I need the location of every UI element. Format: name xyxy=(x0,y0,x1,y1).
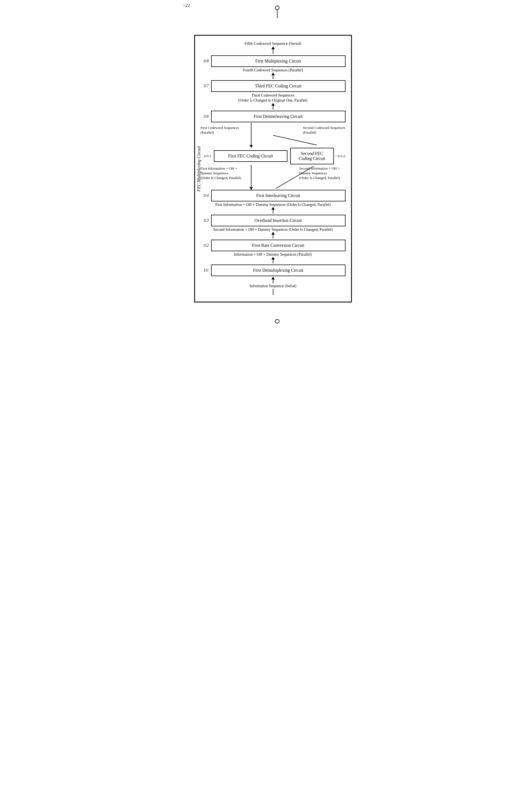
first-fec-coding-circuit: First FEC Coding Circuit xyxy=(214,150,287,162)
first-multiplexing-circuit: First Multiplexing Circuit xyxy=(211,55,345,67)
block-118-box: First Multiplexing Circuit xyxy=(211,55,345,67)
first-demultiplexing-circuit: First Demultiplexing Circuit xyxy=(211,265,345,276)
block-112-row: 112 First Rate Conversion Circuit xyxy=(201,240,345,251)
block-111-number: 111 xyxy=(201,268,209,272)
third-codeword-label: Third Codeword Sequences(Order Is Change… xyxy=(239,93,308,103)
block-115-1-number: 115-1 xyxy=(201,154,212,158)
top-terminal-circle xyxy=(275,5,280,10)
fec-connection-lines xyxy=(201,123,345,148)
info-oh-dummy-label: First Information + OH + Dummy Sequences… xyxy=(215,203,330,207)
diagram: Fifth Codeword Sequence (Serial) 118 Fir… xyxy=(201,41,345,296)
block-118-row: 118 First Multiplexing Circuit xyxy=(201,55,345,67)
block-111-row: 111 First Demultiplexing Circuit xyxy=(201,265,345,276)
fourth-codeword-label: Fourth Codeword Sequences (Parallel) xyxy=(243,68,303,73)
overhead-insertion-circuit: Overhead Insertion Circuit xyxy=(211,215,345,226)
block-117-number: 117 xyxy=(201,84,209,88)
third-fec-coding-circuit: Third FEC Coding Circuit xyxy=(211,80,345,92)
top-output-label: Fifth Codeword Sequence (Serial) xyxy=(245,41,301,46)
first-deinterleaving-circuit: First Deinterleaving Circuit xyxy=(211,111,345,122)
bottom-terminal-circle xyxy=(275,319,280,323)
svg-line-2 xyxy=(276,166,314,188)
page: ~22 FEC Multiplexing Circuit Fifth Codew… xyxy=(172,5,360,323)
block-118-number: 118 xyxy=(201,59,209,63)
first-interleaving-circuit: First Interleaving Circuit xyxy=(211,190,345,202)
block-116-row: 116 First Deinterleaving Circuit xyxy=(201,111,345,122)
block-115-2-ref: ~115-2 xyxy=(335,154,345,158)
svg-line-0 xyxy=(273,135,317,145)
block-114-row: 114 First Interleaving Circuit xyxy=(201,190,345,202)
fec-multiplexing-circuit-box: FEC Multiplexing Circuit Fifth Codeword … xyxy=(194,35,352,302)
first-rate-conversion-circuit: First Rate Conversion Circuit xyxy=(211,240,345,251)
second-fec-coding-circuit: Second FEC Coding Circuit xyxy=(290,148,334,164)
block-116-number: 116 xyxy=(201,114,209,119)
outer-ref-label: ~22 xyxy=(183,3,190,8)
block-117-row: 117 Third FEC Coding Circuit xyxy=(201,80,345,92)
block-112-number: 112 xyxy=(201,243,209,248)
info-sequences-label: Information + OH + Dummy Sequences (Para… xyxy=(234,252,312,257)
block-113-number: 113 xyxy=(201,218,209,223)
fec-to-interleaving-lines xyxy=(201,165,345,190)
block-113-row: 113 Overhead Insertion Circuit xyxy=(201,215,345,226)
info-sequence-serial-label: Information Sequence (Serial) xyxy=(249,284,297,288)
info-dummy-label: Second Information + OH + Dummy Sequence… xyxy=(213,227,332,232)
block-114-number: 114 xyxy=(201,193,209,198)
